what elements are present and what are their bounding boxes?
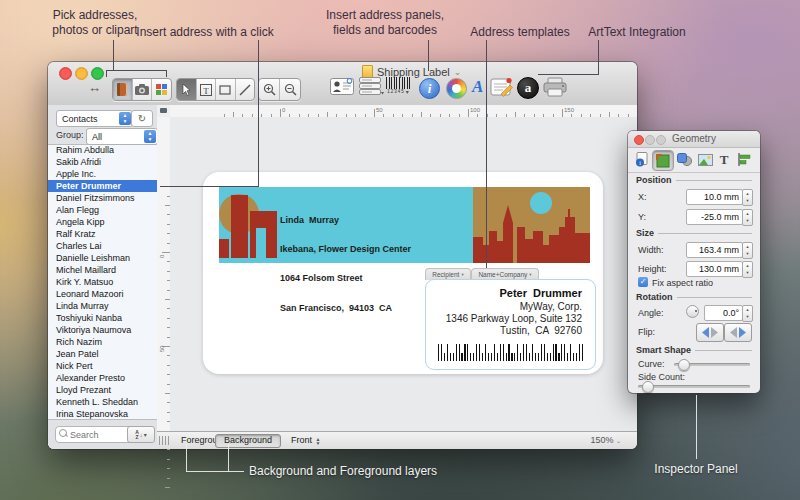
clipart-icon[interactable] — [152, 79, 171, 100]
contact-row[interactable]: Danielle Leishman — [48, 252, 157, 264]
tab-document-info-icon[interactable]: i — [632, 150, 652, 169]
contact-row[interactable]: Rahim Abdulla — [48, 144, 157, 156]
sender-address-text[interactable]: Linda Murray Ikebana, Flower Design Cent… — [280, 196, 411, 333]
arrange-popup[interactable]: Front ▲▼ — [283, 434, 330, 446]
callout-line — [538, 74, 599, 75]
collapse-sidebar-button[interactable]: ↔ — [88, 80, 101, 95]
ruler-number: 50 — [159, 345, 165, 352]
contact-row[interactable]: Sakib Afridi — [48, 156, 157, 168]
contact-row[interactable]: Viktoriya Naumova — [48, 324, 157, 336]
flip-horizontal-button[interactable] — [696, 323, 724, 342]
skyline-image[interactable] — [473, 187, 590, 263]
design-canvas[interactable]: Linda Murray Ikebana, Flower Design Cent… — [170, 117, 637, 432]
angle-dial[interactable] — [686, 305, 699, 318]
tab-image-icon[interactable] — [695, 150, 715, 169]
tab-text-icon[interactable]: T — [714, 150, 734, 169]
contact-row[interactable]: Lloyd Prezant — [48, 384, 157, 396]
line-tool-icon[interactable] — [236, 79, 255, 100]
group-select[interactable]: All ▲▼ — [86, 128, 158, 145]
contact-row[interactable]: Alan Flegg — [48, 204, 157, 216]
print-button[interactable] — [543, 77, 567, 97]
y-stepper[interactable]: ▲▼ — [742, 209, 753, 226]
height-field[interactable]: 130.0 mm — [686, 261, 743, 277]
close-button[interactable] — [59, 67, 72, 80]
side-count-slider[interactable] — [638, 385, 750, 388]
contact-row[interactable]: Daniel Fitzsimmons — [48, 192, 157, 204]
curve-label: Curve: — [638, 359, 665, 369]
photos-icon[interactable] — [133, 79, 153, 100]
contact-row[interactable]: Toshiyuki Nanba — [48, 312, 157, 324]
label-page[interactable]: Linda Murray Ikebana, Flower Design Cent… — [203, 172, 603, 374]
barcode-bar — [529, 353, 530, 361]
barcode-bar — [482, 353, 483, 361]
tab-geometry-icon[interactable] — [652, 150, 674, 171]
barcode-bar — [558, 353, 559, 361]
side-count-slider-knob[interactable] — [642, 381, 654, 393]
x-field[interactable]: 10.0 mm — [686, 189, 743, 205]
minimize-button[interactable] — [75, 67, 88, 80]
callout-line — [228, 444, 229, 472]
contact-row[interactable]: Peter Drummer — [48, 180, 157, 192]
zoom-value: 150% — [590, 435, 613, 445]
resize-grip-icon[interactable] — [159, 436, 169, 445]
recipient-address-panel[interactable]: Peter Drummer MyWay, Corp. 1346 Parkway … — [425, 279, 596, 370]
contact-row[interactable]: Apple Inc. — [48, 168, 157, 180]
contact-row[interactable]: Leonard Mazoori — [48, 288, 157, 300]
height-stepper[interactable]: ▲▼ — [742, 261, 753, 278]
tab-fill-stroke-icon[interactable] — [674, 150, 694, 169]
tools-segmented-control: T — [176, 78, 255, 101]
zoom-in-icon[interactable] — [259, 79, 280, 100]
tab-alignment-icon[interactable] — [734, 150, 754, 169]
insert-barcode-button[interactable]: 12345▾ — [386, 77, 410, 94]
callout-line — [486, 40, 487, 268]
curve-slider[interactable] — [674, 363, 750, 366]
curve-slider-knob[interactable] — [678, 359, 690, 371]
sidebar-footer: AZ ↓ ▾ — [48, 419, 157, 449]
contact-row[interactable]: Alexander Presto — [48, 372, 157, 384]
arttext-button[interactable]: a — [517, 77, 539, 99]
y-label: Y: — [638, 212, 646, 222]
x-stepper[interactable]: ▲▼ — [742, 189, 753, 206]
colors-button[interactable] — [446, 78, 467, 99]
contact-row[interactable]: Jean Patel — [48, 348, 157, 360]
sort-button[interactable]: AZ ↓ ▾ — [127, 426, 155, 443]
contact-row[interactable]: Charles Lai — [48, 240, 157, 252]
zoom-level-control[interactable]: 150% ⌄ — [582, 434, 629, 446]
zoom-out-icon[interactable] — [280, 79, 300, 100]
contact-row[interactable]: Kenneth L. Sheddan — [48, 396, 157, 408]
flip-vertical-button[interactable] — [724, 323, 752, 342]
contact-row[interactable]: Kirk Y. Matsuo — [48, 276, 157, 288]
angle-field[interactable]: 0.0° — [704, 305, 743, 321]
y-field[interactable]: -25.0 mm — [686, 209, 743, 225]
contact-row[interactable]: Linda Murray — [48, 300, 157, 312]
layer-tab-background[interactable]: Background — [215, 434, 281, 448]
fonts-button[interactable]: A — [472, 77, 483, 97]
contact-row[interactable]: Nick Pert — [48, 360, 157, 372]
angle-stepper[interactable]: ▲▼ — [742, 305, 753, 322]
barcode-bar — [503, 344, 504, 361]
barcode-bar — [453, 353, 454, 361]
addressbook-icon[interactable] — [113, 79, 133, 100]
refresh-button[interactable]: ↻ — [131, 110, 153, 127]
insert-address-panel-button[interactable] — [358, 77, 384, 96]
chevron-down-icon: ⌄ — [454, 67, 462, 77]
text-tool-icon[interactable]: T — [197, 79, 217, 100]
select-tool-icon[interactable] — [177, 79, 197, 100]
info-button[interactable]: i — [419, 78, 440, 99]
insert-address-card-button[interactable] — [330, 77, 354, 96]
zoom-button[interactable] — [91, 67, 104, 80]
contact-row[interactable]: Angela Kipp — [48, 216, 157, 228]
shape-tool-icon[interactable] — [216, 79, 236, 100]
width-field[interactable]: 163.4 mm — [686, 242, 743, 258]
svg-text:T: T — [203, 85, 209, 95]
contact-row[interactable]: Michel Maillard — [48, 264, 157, 276]
contact-row[interactable]: Ralf Kratz — [48, 228, 157, 240]
width-stepper[interactable]: ▲▼ — [742, 242, 753, 259]
callout-line — [598, 40, 599, 75]
address-templates-button[interactable] — [490, 77, 513, 97]
source-select[interactable]: Contacts ▲▼ — [56, 110, 133, 127]
contact-row[interactable]: Rich Nazim — [48, 336, 157, 348]
contacts-sidebar: Contacts ▲▼ ↻ Group: All ▲▼ Rahim Abdull… — [48, 105, 158, 449]
fix-aspect-checkbox[interactable]: ✓ — [638, 277, 648, 287]
callout-line — [113, 40, 114, 70]
